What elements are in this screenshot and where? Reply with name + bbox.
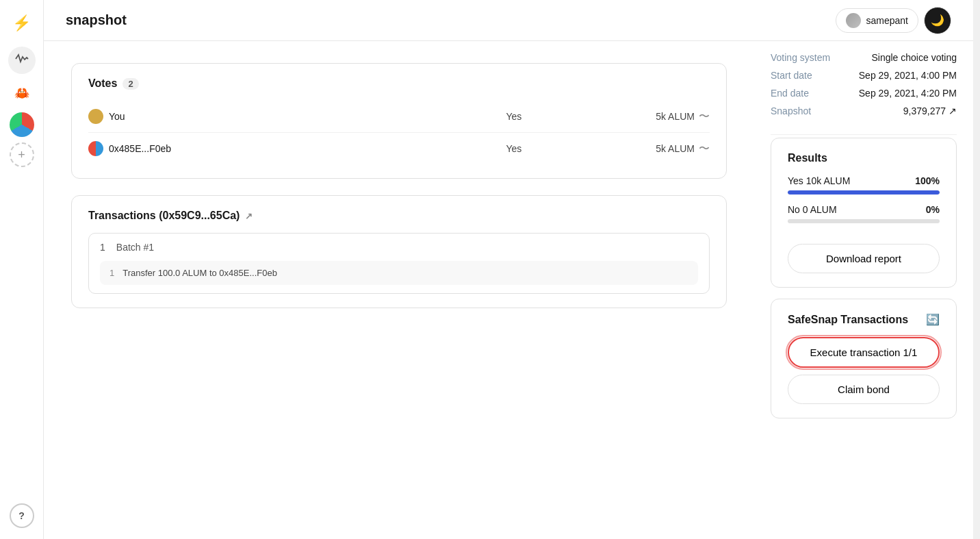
dark-mode-button[interactable]: 🌙 [924,7,951,34]
batch-number: 1 [100,242,105,253]
info-section: Voting system Single choice voting Start… [771,41,957,135]
info-row-end-date: End date Sep 29, 2021, 4:20 PM [771,88,957,99]
voter-info-2: 0x485E...F0eb [88,141,372,156]
refresh-icon[interactable]: 🔄 [926,313,940,326]
vote-alum-2: 5k ALUM [656,143,695,154]
result-label-no: No 0 ALUM [788,204,837,215]
crab-icon: 🦀 [14,86,29,101]
voter-name-you: You [109,111,125,122]
vote-amount-you: 5k ALUM 〜 [656,110,710,124]
snapshot-value: 9,379,277 ↗ [903,105,957,116]
voter-info: You [88,109,372,124]
vote-row: You Yes 5k ALUM 〜 [88,101,710,133]
safesnap-title: SafeSnap Transactions [788,314,908,326]
voting-system-value: Single choice voting [871,52,957,63]
progress-bar-bg-yes [788,190,940,195]
vote-choice-you: Yes [372,111,656,122]
sidebar-item-activity[interactable] [8,47,36,74]
result-header-no: No 0 ALUM 0% [788,204,940,215]
vote-amount-2: 5k ALUM 〜 [656,142,710,156]
safesnap-card: SafeSnap Transactions 🔄 Execute transact… [771,299,957,418]
info-row-start-date: Start date Sep 29, 2021, 4:00 PM [771,70,957,81]
progress-bar-bg-no [788,219,940,223]
result-pct-yes: 100% [915,175,940,186]
tx-external-link-icon[interactable]: ↗ [245,211,253,221]
moon-icon: 🌙 [931,14,944,27]
sidebar-item-dao[interactable] [10,112,34,137]
app-logo[interactable]: ⚡ [10,11,34,36]
main-area: snapshot samepant 🌙 Votes 2 [44,0,973,539]
tx-item-number: 1 [109,268,114,278]
sidebar-help-button[interactable]: ? [10,503,34,528]
user-avatar [846,13,861,28]
transactions-card-title: Transactions (0x59C9...65Ca) ↗ [88,210,710,222]
result-row-no: No 0 ALUM 0% [788,204,940,223]
sidebar-item-crab[interactable]: 🦀 [8,79,36,107]
scrollbar[interactable] [973,0,980,539]
tx-item: 1 Transfer 100.0 ALUM to 0x485E...F0eb [100,261,698,285]
right-panel: Voting system Single choice voting Start… [754,41,973,539]
execute-transaction-button[interactable]: Execute transaction 1/1 [788,337,940,368]
result-pct-no: 0% [926,204,940,215]
squiggle-icon-2: 〜 [699,142,710,156]
sidebar: ⚡ 🦀 + ? [0,0,44,539]
batch-label: Batch #1 [116,242,154,253]
start-date-label: Start date [771,70,812,81]
lightning-icon: ⚡ [12,14,31,32]
content-area: Votes 2 You Yes 5k ALUM 〜 [44,41,973,539]
tx-item-description: Transfer 100.0 ALUM to 0x485E...F0eb [122,268,277,278]
end-date-label: End date [771,88,809,99]
progress-bar-fill-yes [788,190,940,195]
plus-icon: + [18,148,25,162]
help-label: ? [18,510,25,521]
header-actions: samepant 🌙 [836,7,951,34]
vote-choice-2: Yes [372,143,656,154]
results-title: Results [788,152,940,164]
safesnap-header: SafeSnap Transactions 🔄 [788,313,940,326]
tx-batch: 1 Batch #1 1 Transfer 100.0 ALUM to 0x48… [88,233,710,294]
result-header-yes: Yes 10k ALUM 100% [788,175,940,186]
username: samepant [866,15,908,26]
votes-count: 2 [122,78,138,90]
vote-alum-you: 5k ALUM [656,111,695,122]
transactions-label: Transactions (0x59C9...65Ca) [88,210,240,222]
voting-system-label: Voting system [771,52,830,63]
votes-label: Votes [88,77,117,90]
votes-card: Votes 2 You Yes 5k ALUM 〜 [71,63,727,179]
info-row-snapshot: Snapshot 9,379,277 ↗ [771,105,957,116]
tx-address: (0x59C9...65Ca) [159,210,240,221]
result-label-yes: Yes 10k ALUM [788,175,850,186]
voter-name-2: 0x485E...F0eb [109,143,171,154]
batch-header: 1 Batch #1 [100,242,698,253]
page-title: snapshot [66,12,127,28]
squiggle-icon-1: 〜 [699,110,710,124]
start-date-value: Sep 29, 2021, 4:00 PM [859,70,957,81]
end-date-value: Sep 29, 2021, 4:20 PM [859,88,957,99]
left-panel: Votes 2 You Yes 5k ALUM 〜 [44,41,754,539]
results-card: Results Yes 10k ALUM 100% No 0 ALUM 0% [771,138,957,288]
user-menu[interactable]: samepant [836,8,918,33]
activity-icon [15,52,29,69]
votes-card-title: Votes 2 [88,77,710,90]
download-report-button[interactable]: Download report [788,244,940,273]
result-row-yes: Yes 10k ALUM 100% [788,175,940,195]
snapshot-label: Snapshot [771,105,811,116]
voter-avatar-2 [88,141,103,156]
transactions-card: Transactions (0x59C9...65Ca) ↗ 1 Batch #… [71,195,727,308]
sidebar-item-add[interactable]: + [10,142,34,167]
vote-row: 0x485E...F0eb Yes 5k ALUM 〜 [88,133,710,164]
voter-avatar-you [88,109,103,124]
info-row-voting-system: Voting system Single choice voting [771,52,957,63]
header: snapshot samepant 🌙 [44,0,973,41]
claim-bond-button[interactable]: Claim bond [788,375,940,404]
